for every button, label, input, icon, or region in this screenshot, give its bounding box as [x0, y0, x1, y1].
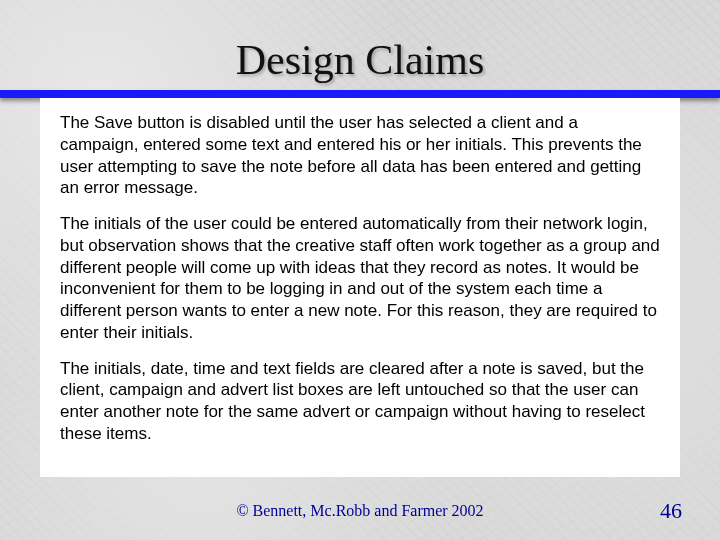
paragraph-1: The Save button is disabled until the us…: [60, 112, 660, 199]
copyright-footer: © Bennett, Mc.Robb and Farmer 2002: [0, 502, 720, 520]
page-number: 46: [660, 498, 682, 524]
title-underline: [0, 90, 720, 98]
slide-title: Design Claims: [0, 0, 720, 90]
paragraph-2: The initials of the user could be entere…: [60, 213, 660, 344]
body-content: The Save button is disabled until the us…: [40, 98, 680, 477]
paragraph-3: The initials, date, time and text fields…: [60, 358, 660, 445]
